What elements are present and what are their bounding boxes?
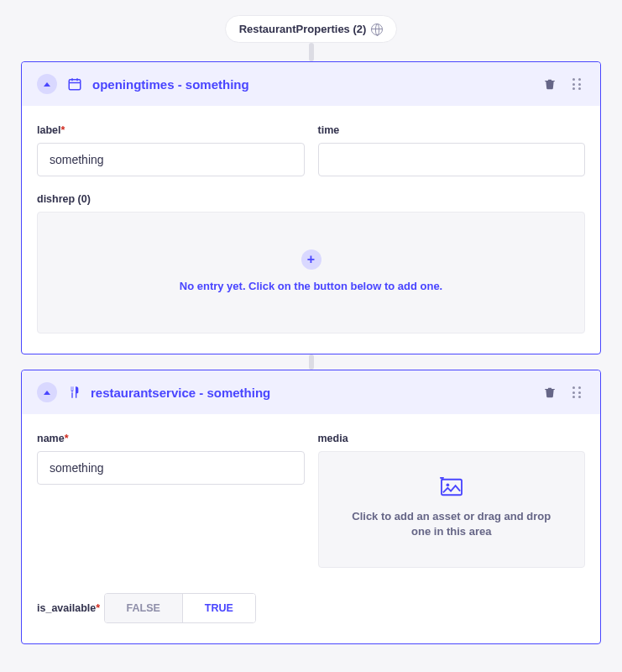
svg-rect-0 <box>69 80 81 90</box>
name-input[interactable] <box>37 451 305 485</box>
root-label: RestaurantProperties (2) <box>239 23 367 35</box>
is-available-label: is_available* <box>37 602 100 614</box>
card-header: openingtimes - something <box>22 62 600 106</box>
trash-icon <box>544 386 556 399</box>
collapse-button[interactable] <box>37 74 57 94</box>
drag-handle[interactable] <box>568 384 585 401</box>
drag-icon <box>572 77 582 91</box>
drag-handle[interactable] <box>568 76 585 92</box>
component-card-openingtimes: openingtimes - something label* time <box>21 61 601 354</box>
label-field-label: label* <box>37 124 305 136</box>
card-title: restaurantservice - something <box>91 386 531 400</box>
dishrep-label: dishrep (0) <box>37 193 585 205</box>
svg-rect-1 <box>442 480 462 495</box>
collapse-button[interactable] <box>37 382 57 402</box>
connector-line <box>21 43 601 61</box>
media-dropzone[interactable]: Click to add an asset or drag and drop o… <box>318 451 586 568</box>
name-field-label: name* <box>37 433 305 444</box>
image-add-icon <box>439 477 464 497</box>
utensils-icon <box>67 385 81 400</box>
caret-up-icon <box>44 391 50 395</box>
dishrep-empty-block: + No entry yet. Click on the button belo… <box>37 212 585 333</box>
delete-button[interactable] <box>541 76 558 92</box>
media-field-label: media <box>318 433 586 444</box>
root-component-pill[interactable]: RestaurantProperties (2) <box>225 15 398 43</box>
card-header: restaurantservice - something <box>22 370 600 414</box>
toggle-false[interactable]: FALSE <box>105 594 182 622</box>
trash-icon <box>544 77 556 91</box>
root-row: RestaurantProperties (2) <box>21 0 601 43</box>
time-field-label: time <box>318 124 586 136</box>
card-title: openingtimes - something <box>92 77 531 92</box>
component-card-restaurantservice: restaurantservice - something name* m <box>21 370 601 644</box>
label-input[interactable] <box>37 143 305 176</box>
add-dishrep-button[interactable]: + <box>301 249 321 270</box>
is-available-toggle: FALSE TRUE <box>104 593 256 623</box>
delete-button[interactable] <box>541 384 558 401</box>
connector-line <box>21 354 601 370</box>
globe-icon <box>371 24 383 35</box>
svg-point-2 <box>446 483 449 486</box>
toggle-true[interactable]: TRUE <box>182 594 255 622</box>
drag-icon <box>572 386 582 399</box>
media-drop-text: Click to add an asset or drag and drop o… <box>342 509 561 538</box>
dishrep-empty-text: No entry yet. Click on the button below … <box>180 280 442 292</box>
time-input[interactable] <box>318 143 586 176</box>
calendar-icon <box>67 76 82 92</box>
plus-icon: + <box>307 252 315 267</box>
caret-up-icon <box>44 82 50 87</box>
